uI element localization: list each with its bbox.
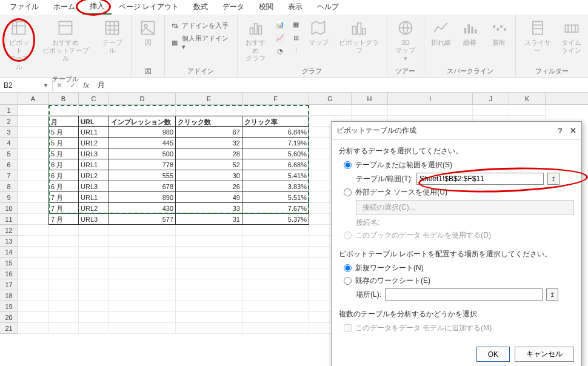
cell[interactable]: [18, 258, 48, 268]
row-header[interactable]: 12: [0, 225, 18, 236]
cell[interactable]: [176, 301, 242, 312]
cell[interactable]: 5 月: [48, 127, 79, 138]
name-box[interactable]: B2 ▼: [0, 80, 53, 91]
collapse-dialog-icon[interactable]: ↥: [547, 173, 560, 185]
row-header[interactable]: 8: [0, 181, 18, 192]
cell[interactable]: URL3: [79, 214, 109, 225]
cell[interactable]: クリック率: [242, 116, 309, 127]
cell[interactable]: 3.83%: [242, 181, 309, 192]
cell[interactable]: 430: [109, 203, 176, 214]
pivotchart-button[interactable]: ピボットグラフ: [333, 16, 384, 57]
chart-scatter-button[interactable]: ⋮: [289, 45, 303, 57]
tab-review[interactable]: 校閲: [252, 0, 281, 14]
row-header[interactable]: 5: [0, 148, 18, 159]
cell[interactable]: [18, 290, 48, 301]
cell[interactable]: [242, 236, 309, 247]
table-range-input[interactable]: [416, 173, 544, 185]
cancel-button[interactable]: キャンセル: [515, 347, 574, 362]
col-header[interactable]: K: [509, 93, 546, 104]
cell[interactable]: [242, 312, 309, 323]
insert-function-icon[interactable]: fx: [79, 81, 93, 90]
cell[interactable]: [18, 312, 48, 323]
cell[interactable]: [18, 214, 48, 225]
cell[interactable]: [242, 247, 309, 258]
cell[interactable]: [109, 105, 176, 116]
cell[interactable]: 49: [176, 192, 242, 203]
row-header[interactable]: 18: [0, 290, 18, 301]
cell[interactable]: [109, 258, 176, 268]
cell[interactable]: [388, 105, 473, 116]
cell[interactable]: 5 月: [48, 138, 79, 148]
dialog-titlebar[interactable]: ピボットテーブルの作成 ? ✕: [332, 122, 581, 140]
cancel-formula-icon[interactable]: ✕: [53, 81, 66, 90]
tab-help[interactable]: ヘルプ: [310, 0, 346, 14]
cell[interactable]: URL1: [79, 127, 109, 138]
cell[interactable]: 7 月: [48, 203, 79, 214]
cell[interactable]: 980: [109, 127, 176, 138]
cell[interactable]: [509, 105, 546, 116]
cell[interactable]: [79, 290, 109, 301]
cell[interactable]: [176, 247, 242, 258]
cell[interactable]: [79, 247, 109, 258]
cell[interactable]: [352, 105, 388, 116]
col-header[interactable]: E: [176, 93, 242, 104]
cell[interactable]: [18, 181, 48, 192]
sparkline-line-button[interactable]: 折れ線: [427, 16, 455, 49]
cell[interactable]: [18, 203, 48, 214]
cell[interactable]: 5.51%: [242, 192, 309, 203]
col-header[interactable]: F: [242, 93, 309, 104]
formula-input[interactable]: 月: [93, 79, 588, 92]
cell[interactable]: 5.37%: [242, 214, 309, 225]
cell[interactable]: [48, 247, 79, 258]
cell[interactable]: [242, 290, 309, 301]
cell[interactable]: [79, 323, 109, 334]
radio-external-data[interactable]: [344, 188, 352, 196]
tab-file[interactable]: ファイル: [2, 0, 46, 14]
col-header[interactable]: G: [309, 93, 352, 104]
cell[interactable]: [18, 225, 48, 236]
slicer-button[interactable]: スライサー: [518, 16, 556, 57]
cell[interactable]: 7 月: [48, 192, 79, 203]
cell[interactable]: URL2: [79, 138, 109, 148]
cell[interactable]: 445: [109, 138, 176, 148]
row-header[interactable]: 14: [0, 247, 18, 258]
row-header[interactable]: 9: [0, 192, 18, 203]
cell[interactable]: [79, 105, 109, 116]
chart-bar-button[interactable]: 📊: [273, 18, 287, 30]
cell[interactable]: [109, 247, 176, 258]
cell[interactable]: 33: [176, 203, 242, 214]
illustrations-button[interactable]: 図: [134, 16, 162, 49]
cell[interactable]: インプレッション数: [109, 116, 176, 127]
cell[interactable]: [309, 105, 352, 116]
cell[interactable]: [48, 279, 79, 290]
table-button[interactable]: テーブル: [96, 16, 129, 57]
cell[interactable]: 7.67%: [242, 203, 309, 214]
my-addins-button[interactable]: ▦個人用アドイン ▾: [167, 33, 234, 52]
tab-pagelayout[interactable]: ページ レイアウト: [112, 0, 186, 14]
cell[interactable]: クリック数: [176, 116, 242, 127]
cell[interactable]: 890: [109, 192, 176, 203]
maps-button[interactable]: マップ: [304, 16, 332, 49]
cell[interactable]: 31: [176, 214, 242, 225]
cell[interactable]: 52: [176, 159, 242, 170]
cell[interactable]: [18, 247, 48, 258]
row-header[interactable]: 21: [0, 323, 18, 334]
cell[interactable]: 5.41%: [242, 170, 309, 181]
cell[interactable]: [176, 258, 242, 268]
cell[interactable]: 500: [109, 148, 176, 159]
cell[interactable]: URL1: [79, 159, 109, 170]
cell[interactable]: [48, 323, 79, 334]
cell[interactable]: [79, 258, 109, 268]
row-header[interactable]: 10: [0, 203, 18, 214]
cell[interactable]: [242, 258, 309, 268]
cell[interactable]: 778: [109, 159, 176, 170]
cell[interactable]: [18, 323, 48, 334]
cell[interactable]: [79, 301, 109, 312]
cell[interactable]: 6 月: [48, 181, 79, 192]
cell[interactable]: [176, 279, 242, 290]
col-header[interactable]: I: [388, 93, 473, 104]
cell[interactable]: 28: [176, 148, 242, 159]
cell[interactable]: [473, 105, 509, 116]
select-all-corner[interactable]: [0, 93, 18, 104]
cell[interactable]: 7 月: [48, 214, 79, 225]
